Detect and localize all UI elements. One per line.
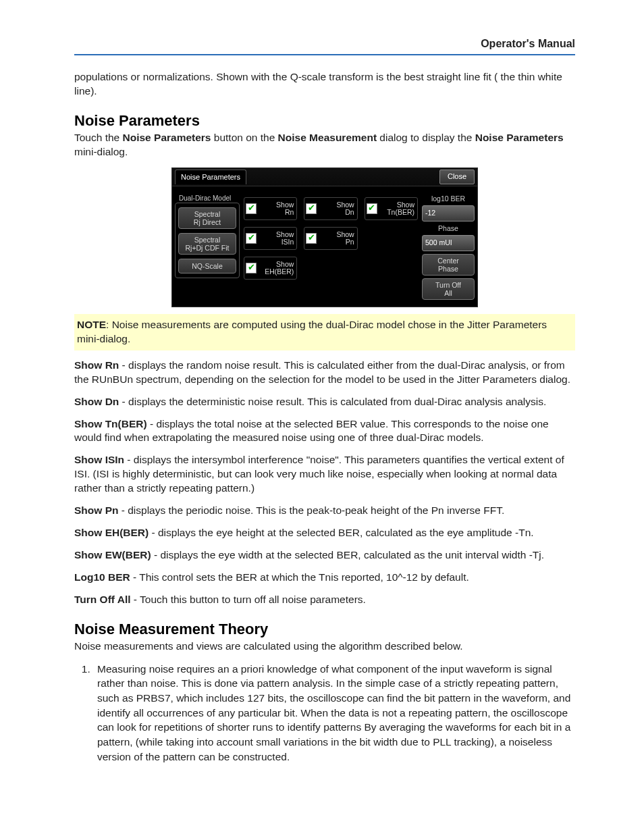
page-header: Operator's Manual <box>74 38 575 54</box>
phase-label: Phase <box>422 224 475 232</box>
param-show-isin: Show ISIn - displays the intersymbol int… <box>74 453 575 496</box>
log10-ber-field[interactable]: -12 <box>422 205 475 221</box>
param-show-eh-ber: Show EH(BER) - displays the eye height a… <box>74 526 575 540</box>
dual-dirac-group-label: Dual-Dirac Model <box>178 194 240 202</box>
center-phase-button[interactable]: CenterPhase <box>422 254 475 276</box>
theory-item-1: Measuring noise requires an a priori kno… <box>93 662 575 764</box>
checkmark-icon: ✔ <box>246 233 257 244</box>
section1-lead: Touch the Noise Parameters button on the… <box>74 131 575 159</box>
show-rn-checkbox[interactable]: ✔ ShowRn <box>244 197 297 220</box>
close-button[interactable]: Close <box>439 170 475 184</box>
phase-field[interactable]: 500 mUI <box>422 235 475 251</box>
header-rule <box>74 54 575 55</box>
note-box: NOTE: Noise measurements are computed us… <box>74 314 575 350</box>
show-pn-checkbox[interactable]: ✔ ShowPn <box>304 227 357 250</box>
checkmark-icon: ✔ <box>246 263 257 273</box>
log10-ber-label: log10 BER <box>422 194 475 203</box>
turn-off-all-button[interactable]: Turn OffAll <box>422 278 475 300</box>
noise-parameters-dialog: Noise Parameters Close Dual-Dirac Model … <box>171 167 478 307</box>
param-show-dn: Show Dn - displays the deterministic noi… <box>74 395 575 409</box>
section2-lead: Noise measurements and views are calcula… <box>74 640 575 654</box>
show-isin-checkbox[interactable]: ✔ ShowISIn <box>244 227 297 250</box>
checkmark-icon: ✔ <box>306 203 317 214</box>
spectral-rj-direct-button[interactable]: SpectralRj Direct <box>178 207 236 229</box>
section-noise-parameters-heading: Noise Parameters <box>74 112 575 130</box>
section-noise-theory-heading: Noise Measurement Theory <box>74 621 575 638</box>
param-show-ew-ber: Show EW(BER) - displays the eye width at… <box>74 548 575 563</box>
checkmark-icon: ✔ <box>367 203 377 214</box>
show-dn-checkbox[interactable]: ✔ ShowDn <box>304 197 357 220</box>
show-tn-ber-checkbox[interactable]: ✔ ShowTn(BER) <box>365 197 418 220</box>
param-show-rn: Show Rn - displays the random noise resu… <box>74 359 575 387</box>
param-show-tn-ber: Show Tn(BER) - displays the total noise … <box>74 417 575 446</box>
param-log10-ber: Log10 BER - This control sets the BER at… <box>74 571 575 585</box>
param-turn-off-all: Turn Off All - Touch this button to turn… <box>74 593 575 607</box>
intro-paragraph: populations or normalizations. Shown wit… <box>74 70 575 99</box>
tab-noise-parameters[interactable]: Noise Parameters <box>175 170 246 184</box>
show-eh-ber-checkbox[interactable]: ✔ ShowEH(BER) <box>244 257 297 280</box>
checkmark-icon: ✔ <box>246 203 257 214</box>
checkmark-icon: ✔ <box>306 233 317 244</box>
spectral-rj-dj-cdf-fit-button[interactable]: SpectralRj+Dj CDF Fit <box>178 233 236 255</box>
param-show-pn: Show Pn - displays the periodic noise. T… <box>74 504 575 518</box>
nq-scale-button[interactable]: NQ-Scale <box>178 259 236 273</box>
